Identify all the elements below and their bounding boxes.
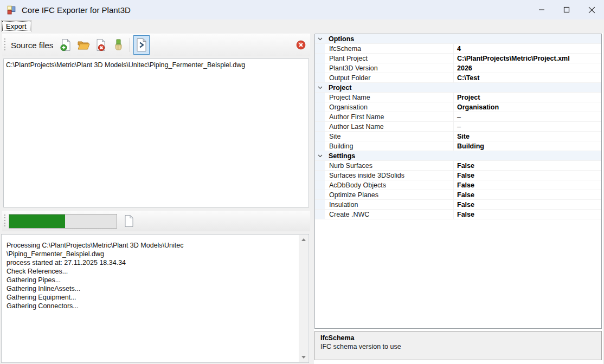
property-value[interactable]: Site <box>454 132 601 141</box>
property-row[interactable]: Optimize PlanesFalse <box>315 190 601 200</box>
property-help-panel: IfcSchema IFC schema version to use <box>314 331 602 360</box>
property-value[interactable]: False <box>454 200 601 209</box>
row-gutter <box>315 141 325 151</box>
property-row[interactable]: Output FolderC:\Test <box>315 73 601 83</box>
property-name: Nurb Surfaces <box>325 161 454 170</box>
toolbar-grip[interactable] <box>4 38 5 51</box>
property-name: Plant Project <box>325 54 454 63</box>
property-row[interactable]: Surfaces inside 3DSolidsFalse <box>315 171 601 180</box>
title-bar: Core IFC Exporter for Plant3D <box>0 0 604 20</box>
add-file-icon <box>60 38 73 51</box>
log-scrollbar[interactable] <box>299 235 308 362</box>
property-name: Insulation <box>325 200 454 209</box>
source-files-label: Source files <box>11 41 53 50</box>
property-grid: OptionsIfcSchema4Plant ProjectC:\PlantPr… <box>314 34 602 329</box>
property-row[interactable]: SiteSite <box>315 132 601 141</box>
open-folder-button[interactable] <box>75 37 92 53</box>
open-folder-icon <box>77 38 90 51</box>
property-category-settings[interactable]: Settings <box>315 151 601 161</box>
log-file-button[interactable] <box>121 213 137 229</box>
cancel-button[interactable] <box>295 39 307 51</box>
property-name: Optimize Planes <box>325 190 454 199</box>
property-value[interactable]: – <box>454 112 601 121</box>
property-row[interactable]: InsulationFalse <box>315 200 601 210</box>
property-value[interactable]: False <box>454 210 601 219</box>
property-value[interactable]: Organisation <box>454 102 601 112</box>
progress-fill <box>9 214 65 228</box>
property-value[interactable]: 2026 <box>454 63 601 73</box>
row-gutter <box>315 180 325 190</box>
log-text: Processing C:\PlantProjects\Metric\Plant… <box>7 241 295 310</box>
property-name: IfcSchema <box>325 44 454 53</box>
category-label: Project <box>325 83 351 92</box>
property-row[interactable]: Project NameProject <box>315 93 601 102</box>
clear-list-icon <box>112 38 125 51</box>
minimize-icon <box>538 6 545 13</box>
category-label: Settings <box>325 151 355 160</box>
close-icon <box>588 6 595 14</box>
property-value[interactable]: False <box>454 171 601 180</box>
collapse-chevron-icon[interactable] <box>315 83 325 92</box>
scroll-up-icon[interactable] <box>299 235 308 244</box>
row-gutter <box>315 210 325 219</box>
maximize-icon <box>563 6 570 13</box>
property-row[interactable]: Create .NWCFalse <box>315 210 601 219</box>
property-value[interactable]: False <box>454 180 601 190</box>
app-icon <box>7 5 16 15</box>
row-gutter <box>315 93 325 102</box>
property-row[interactable]: OrganisationOrganisation <box>315 102 601 112</box>
minimize-button[interactable] <box>529 0 554 20</box>
export-run-button[interactable] <box>133 35 150 55</box>
progress-toolbar-grip[interactable] <box>4 214 5 227</box>
toolbar-separator <box>130 38 130 52</box>
property-name: Create .NWC <box>325 210 454 219</box>
remove-file-button[interactable] <box>93 37 109 53</box>
clear-list-button[interactable] <box>110 37 126 53</box>
property-row[interactable]: Author Last Name– <box>315 122 601 132</box>
maximize-button[interactable] <box>554 0 579 20</box>
file-list-item[interactable]: C:\PlantProjects\Metric\Plant 3D Models\… <box>4 59 309 70</box>
row-gutter <box>315 102 325 112</box>
property-name: Plant3D Version <box>325 63 454 73</box>
export-run-icon <box>136 38 147 52</box>
property-value[interactable]: Project <box>454 93 601 102</box>
property-value[interactable]: Building <box>454 141 601 151</box>
help-title: IfcSchema <box>320 334 596 342</box>
row-gutter <box>315 161 325 170</box>
property-value[interactable]: False <box>454 161 601 170</box>
property-value[interactable]: False <box>454 190 601 199</box>
add-file-button[interactable] <box>58 37 74 53</box>
scroll-down-icon[interactable] <box>299 353 308 362</box>
close-button[interactable] <box>579 0 604 20</box>
remove-file-icon <box>94 38 107 51</box>
property-row[interactable]: BuildingBuilding <box>315 141 601 151</box>
property-row[interactable]: Plant3D Version2026 <box>315 63 601 73</box>
property-name: Building <box>325 141 454 151</box>
property-category-project[interactable]: Project <box>315 83 601 93</box>
property-name: AcDbBody Objects <box>325 180 454 190</box>
collapse-chevron-icon[interactable] <box>315 34 325 43</box>
cancel-icon <box>295 40 306 50</box>
row-gutter <box>315 171 325 180</box>
property-name: Author Last Name <box>325 122 454 131</box>
progress-toolbar <box>2 211 310 231</box>
property-category-options[interactable]: Options <box>315 34 601 44</box>
property-row[interactable]: Plant ProjectC:\PlantProjects\Metric\Pro… <box>315 54 601 63</box>
tab-export[interactable]: Export <box>1 20 31 32</box>
progress-bar <box>9 214 117 229</box>
property-row[interactable]: AcDbBody ObjectsFalse <box>315 180 601 190</box>
property-row[interactable]: Author First Name– <box>315 112 601 122</box>
property-grid-rows: OptionsIfcSchema4Plant ProjectC:\PlantPr… <box>315 34 601 219</box>
category-label: Options <box>325 34 354 43</box>
log-output[interactable]: Processing C:\PlantProjects\Metric\Plant… <box>1 234 309 363</box>
property-name: Site <box>325 132 454 141</box>
collapse-chevron-icon[interactable] <box>315 151 325 160</box>
property-value[interactable]: C:\Test <box>454 73 601 82</box>
property-value[interactable]: 4 <box>454 44 601 53</box>
property-row[interactable]: IfcSchema4 <box>315 44 601 54</box>
property-value[interactable]: C:\PlantProjects\Metric\Project.xml <box>454 54 601 63</box>
property-row[interactable]: Nurb SurfacesFalse <box>315 161 601 171</box>
row-gutter <box>315 54 325 63</box>
property-value[interactable]: – <box>454 122 601 131</box>
source-file-list: C:\PlantProjects\Metric\Plant 3D Models\… <box>3 58 309 207</box>
